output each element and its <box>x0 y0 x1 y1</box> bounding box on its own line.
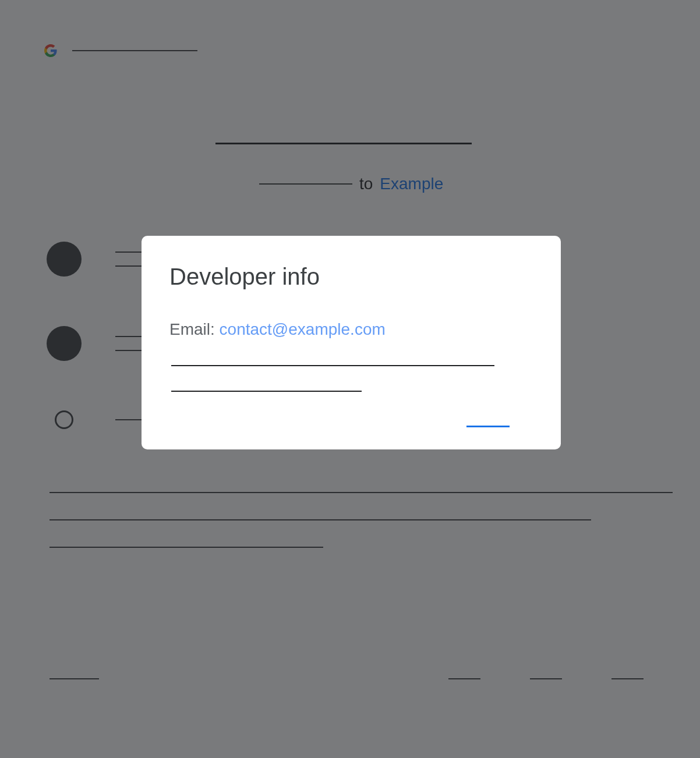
modal-body-placeholder-line <box>171 391 362 392</box>
modal-title: Developer info <box>169 264 533 290</box>
modal-email-label: Email: <box>169 320 220 338</box>
modal-action-button[interactable] <box>466 426 510 427</box>
developer-info-modal: Developer info Email: contact@example.co… <box>142 236 561 449</box>
modal-footer <box>169 426 533 427</box>
modal-email-link[interactable]: contact@example.com <box>220 320 386 338</box>
modal-email-row: Email: contact@example.com <box>169 320 533 339</box>
modal-body-placeholder-line <box>171 365 494 366</box>
